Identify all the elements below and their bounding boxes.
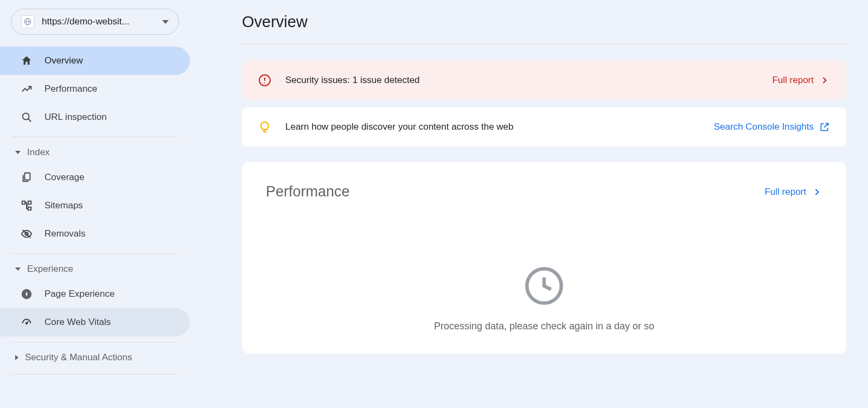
svg-rect-5	[24, 173, 30, 180]
lightbulb-icon	[258, 120, 271, 133]
divider	[12, 374, 178, 374]
clock-icon	[524, 265, 565, 307]
sidebar-item-performance[interactable]: Performance	[0, 75, 190, 103]
sidebar-item-overview[interactable]: Overview	[0, 47, 190, 75]
sidebar-item-sitemaps[interactable]: Sitemaps	[0, 192, 190, 220]
security-issue-banner: Security issues: 1 issue detected Full r…	[242, 61, 846, 100]
globe-icon	[21, 15, 34, 28]
caret-down-icon	[15, 151, 21, 154]
trending-up-icon	[21, 83, 33, 95]
security-full-report-link[interactable]: Full report	[772, 75, 830, 86]
speed-icon	[21, 316, 33, 328]
section-label: Experience	[27, 264, 73, 275]
performance-card-body: Processing data, please check again in a…	[266, 200, 822, 332]
main-content: Overview Security issues: 1 issue detect…	[190, 0, 868, 408]
banner-text: Learn how people discover your content a…	[285, 122, 700, 132]
compass-icon	[21, 288, 33, 300]
section-header-security[interactable]: Security & Manual Actions	[0, 347, 190, 368]
sidebar-item-core-web-vitals[interactable]: Core Web Vitals	[0, 308, 190, 336]
sidebar-item-label: Performance	[44, 84, 97, 94]
sitemap-icon	[21, 200, 33, 212]
sidebar-item-label: Sitemaps	[44, 200, 83, 211]
sidebar-item-coverage[interactable]: Coverage	[0, 163, 190, 192]
caret-right-icon	[15, 355, 18, 360]
divider	[12, 342, 178, 342]
performance-card: Performance Full report Processing data,…	[242, 162, 846, 354]
sidebar-item-label: Core Web Vitals	[44, 317, 111, 328]
insights-link[interactable]: Search Console Insights	[714, 122, 830, 132]
svg-rect-8	[28, 207, 31, 211]
svg-point-3	[23, 113, 29, 120]
banner-text: Security issues: 1 issue detected	[285, 75, 758, 86]
sidebar: https://demo-websit... Overview Performa…	[0, 0, 190, 408]
sidebar-item-label: Overview	[44, 55, 83, 66]
svg-line-4	[28, 119, 31, 122]
sidebar-item-label: URL inspection	[44, 112, 107, 123]
chevron-right-icon	[819, 75, 830, 86]
sidebar-item-label: Coverage	[44, 172, 85, 183]
eye-off-icon	[21, 228, 33, 240]
section-label: Index	[27, 147, 50, 158]
svg-point-17	[264, 82, 265, 84]
link-label: Full report	[772, 75, 814, 86]
sidebar-item-label: Page Experience	[44, 289, 114, 299]
caret-down-icon	[15, 267, 21, 271]
search-icon	[21, 111, 33, 123]
page-title: Overview	[242, 13, 846, 44]
chevron-right-icon	[812, 187, 822, 197]
svg-rect-7	[28, 201, 31, 205]
coverage-icon	[21, 171, 33, 183]
sidebar-item-removals[interactable]: Removals	[0, 220, 190, 248]
sidebar-item-label: Removals	[44, 228, 86, 239]
link-label: Full report	[764, 187, 806, 197]
sidebar-item-url-inspection[interactable]: URL inspection	[0, 103, 190, 131]
link-label: Search Console Insights	[714, 122, 814, 132]
home-icon	[21, 55, 33, 67]
property-url: https://demo-websit...	[42, 16, 155, 27]
external-link-icon	[819, 122, 830, 132]
processing-message: Processing data, please check again in a…	[434, 321, 654, 332]
card-title: Performance	[266, 183, 350, 200]
performance-full-report-link[interactable]: Full report	[764, 187, 822, 197]
divider	[12, 253, 178, 254]
property-selector[interactable]: https://demo-websit...	[11, 9, 179, 35]
svg-point-14	[26, 322, 28, 324]
svg-rect-6	[22, 201, 25, 205]
section-label: Security & Manual Actions	[25, 352, 132, 363]
alert-circle-icon	[258, 74, 271, 87]
sidebar-item-page-experience[interactable]: Page Experience	[0, 280, 190, 308]
section-header-experience[interactable]: Experience	[0, 258, 190, 280]
divider	[12, 137, 178, 137]
caret-down-icon	[162, 20, 169, 24]
section-header-index[interactable]: Index	[0, 142, 190, 163]
insights-banner: Learn how people discover your content a…	[242, 107, 846, 146]
performance-card-header: Performance Full report	[266, 183, 822, 200]
